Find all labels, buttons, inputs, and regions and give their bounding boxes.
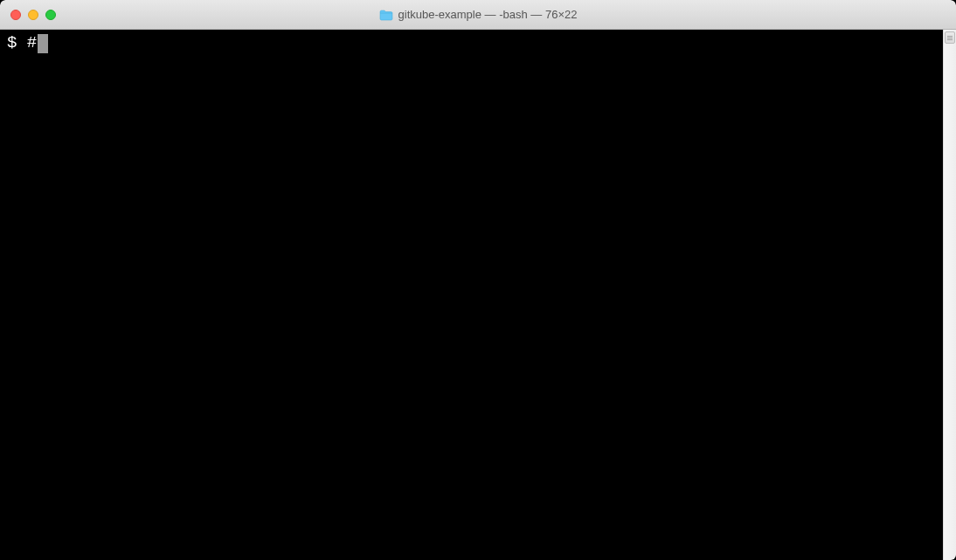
prompt-symbol: $	[7, 32, 27, 55]
close-button[interactable]	[10, 10, 21, 20]
cursor	[38, 34, 48, 53]
scrollbar-track[interactable]	[943, 30, 956, 560]
window-title: gitkube-example — -bash — 76×22	[398, 8, 578, 21]
terminal-input-text: #	[27, 32, 37, 55]
terminal-area: $ #	[0, 30, 956, 560]
scrollbar-thumb[interactable]	[945, 31, 955, 44]
folder-icon	[379, 10, 393, 20]
terminal-content[interactable]: $ #	[0, 30, 943, 560]
titlebar[interactable]: gitkube-example — -bash — 76×22	[0, 0, 956, 30]
traffic-lights	[10, 10, 56, 20]
maximize-button[interactable]	[45, 10, 56, 20]
prompt-line: $ #	[7, 32, 936, 55]
minimize-button[interactable]	[28, 10, 38, 20]
title-container: gitkube-example — -bash — 76×22	[379, 8, 578, 21]
